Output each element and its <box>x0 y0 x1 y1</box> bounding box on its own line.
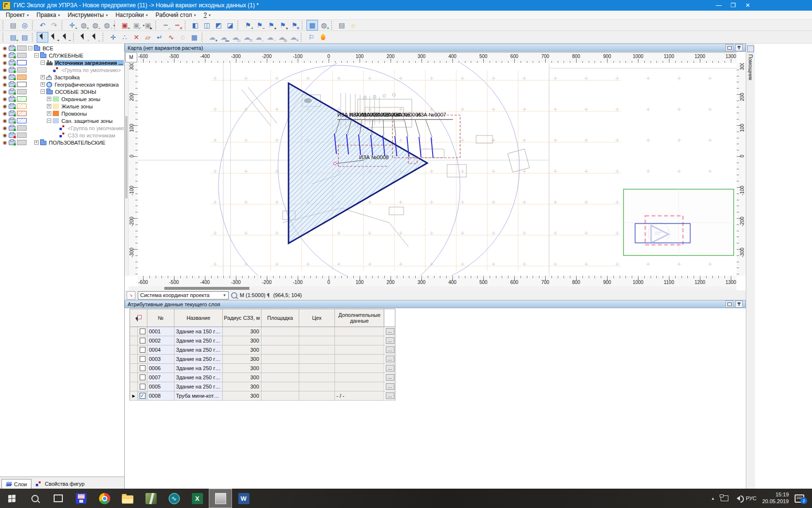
calc-point-move-button[interactable]: ⚑✛ <box>289 20 300 30</box>
cell-number[interactable]: 0002 <box>147 336 174 345</box>
source-area-button[interactable]: ☁▭ <box>230 32 241 43</box>
delete-vertex-button[interactable]: ✕ <box>130 32 142 43</box>
cell-radius[interactable]: 300 <box>223 355 261 363</box>
calc-point-save-button[interactable]: ⚑● <box>265 20 277 30</box>
cell-site[interactable] <box>261 336 299 345</box>
cell-shop[interactable] <box>299 345 335 354</box>
notifications-icon[interactable]: 2 <box>795 494 804 503</box>
source-label-8[interactable]: ИЗА №0008 <box>359 154 389 160</box>
measure-button[interactable]: ┅↔ <box>160 20 172 30</box>
expand-box[interactable]: + <box>47 111 51 116</box>
table-row[interactable]: 0002Здание на 250 г…300… <box>130 336 395 345</box>
tray-expand-icon[interactable]: ▲ <box>711 496 715 501</box>
visibility-eye-icon[interactable]: ◉ <box>1 96 8 102</box>
cell-site[interactable] <box>261 364 299 373</box>
extra-data-button[interactable]: … <box>386 346 394 353</box>
search-zoom-button[interactable]: ◍+ <box>318 20 330 30</box>
scroll-thumb[interactable] <box>164 287 249 290</box>
cell-name[interactable]: Здание на 150 г… <box>174 327 223 336</box>
app-gis-window-icon[interactable] <box>209 489 232 508</box>
minimize-button[interactable]: — <box>711 0 726 11</box>
layer-label[interactable]: Источники загрязнения ... <box>54 60 124 66</box>
extra-data-button[interactable]: … <box>386 328 394 335</box>
menu-item--[interactable]: ?▾ <box>200 11 215 19</box>
collapse-box[interactable]: − <box>34 53 39 58</box>
layer-color-swatch[interactable] <box>17 45 27 51</box>
cell-extra[interactable] <box>335 345 384 354</box>
source-point-button[interactable]: ☁● <box>206 32 218 43</box>
table-row[interactable]: 0004Здание на 250 г…300… <box>130 345 395 355</box>
cell-number[interactable]: 0005 <box>147 382 174 391</box>
table-row[interactable]: 0006Здание на 250 г…300… <box>130 364 395 373</box>
printer-icon[interactable] <box>9 119 15 123</box>
printer-icon[interactable] <box>9 111 15 116</box>
source-label-7[interactable]: ИЗА №0007 <box>417 112 446 118</box>
visibility-eye-icon[interactable]: ◉ <box>1 104 8 109</box>
cell-shop[interactable] <box>299 373 335 382</box>
layer-color-swatch[interactable] <box>17 89 27 94</box>
printer-icon[interactable] <box>9 133 15 138</box>
map-horizontal-scrollbar[interactable] <box>129 286 737 290</box>
expand-box[interactable]: + <box>47 104 51 108</box>
extra-data-button[interactable]: … <box>386 337 394 344</box>
start-button[interactable] <box>0 489 23 508</box>
cell-radius[interactable]: 300 <box>223 373 261 382</box>
app-archicad-icon[interactable] <box>139 489 162 508</box>
visibility-eye-icon[interactable]: ◉ <box>1 140 8 145</box>
cell-shop[interactable] <box>299 364 335 373</box>
cell-name[interactable]: Здание на 250 г… <box>174 345 223 354</box>
layer-label[interactable]: Охранные зоны <box>60 96 101 102</box>
check-object-button[interactable]: ▣✓▾ <box>130 20 142 30</box>
visibility-eye-icon[interactable]: ◉ <box>1 45 8 51</box>
cell-shop[interactable] <box>299 327 335 336</box>
cell-name[interactable]: Здание на 250 г… <box>174 355 223 363</box>
tab-layers[interactable]: Слои <box>1 479 31 489</box>
taskbar-search-button[interactable] <box>23 489 46 508</box>
row-checkbox[interactable] <box>140 365 145 371</box>
layer-color-swatch[interactable] <box>17 60 27 65</box>
layer-label[interactable]: ВСЕ <box>42 45 54 51</box>
menu-item-правка[interactable]: Правка▾ <box>33 11 64 19</box>
printer-icon[interactable] <box>9 140 15 145</box>
layer-color-swatch[interactable] <box>17 111 27 116</box>
layer-label[interactable]: СЛУЖЕБНЫЕ <box>48 53 85 59</box>
volume-icon[interactable] <box>734 496 740 501</box>
layer-label[interactable]: <Группа по умолчанию> <box>67 125 124 131</box>
intersect-shapes-button[interactable]: ◫ <box>201 20 213 30</box>
printer-icon[interactable] <box>9 90 15 94</box>
row-checkbox[interactable] <box>140 347 145 353</box>
column-header[interactable]: Площадка <box>261 309 299 327</box>
row-checkbox[interactable] <box>140 338 145 344</box>
zoom-in-button[interactable]: ◍+ <box>78 20 89 30</box>
table-row[interactable]: 0003Здание на 250 г…300… <box>130 355 395 364</box>
calc-point-add-button[interactable]: ⚑+ <box>242 20 254 30</box>
network-icon[interactable] <box>721 495 728 501</box>
cell-radius[interactable]: 300 <box>223 382 261 391</box>
collapse-box[interactable]: − <box>41 90 45 94</box>
source-line-button[interactable]: ☁▬ <box>218 32 230 43</box>
cell-shop[interactable] <box>299 355 335 363</box>
layer-color-swatch[interactable] <box>17 104 27 109</box>
cell-site[interactable] <box>261 327 299 336</box>
select-by-layer-button[interactable]: ▫ <box>78 32 89 43</box>
cell-site[interactable] <box>261 345 299 354</box>
visibility-eye-icon[interactable]: ◉ <box>1 82 8 87</box>
extra-data-button[interactable]: … <box>386 356 394 362</box>
visibility-eye-icon[interactable]: ◉ <box>1 89 8 94</box>
table-row[interactable]: ▶✓0008Труба мини-кот…300- / -… <box>130 391 395 401</box>
cell-extra[interactable] <box>335 373 384 382</box>
layer-color-swatch[interactable] <box>17 67 27 73</box>
mesh-contour-button[interactable]: ▦ <box>188 32 200 43</box>
cell-radius[interactable]: 300 <box>223 345 261 354</box>
printer-icon[interactable] <box>9 68 15 73</box>
tab-shape-properties[interactable]: Свойства фигур <box>31 479 88 489</box>
map-pin-button[interactable] <box>735 44 743 51</box>
task-view-button[interactable] <box>46 489 70 508</box>
cell-site[interactable] <box>261 382 299 391</box>
visibility-eye-icon[interactable]: ◉ <box>1 133 8 138</box>
cell-number[interactable]: 0003 <box>147 355 174 363</box>
cell-name[interactable]: Здание на 250 г… <box>174 364 223 373</box>
source-mark-2-button[interactable]: ☁◎ <box>276 32 288 43</box>
map-undock-button[interactable] <box>725 44 733 51</box>
cell-site[interactable] <box>261 391 299 400</box>
